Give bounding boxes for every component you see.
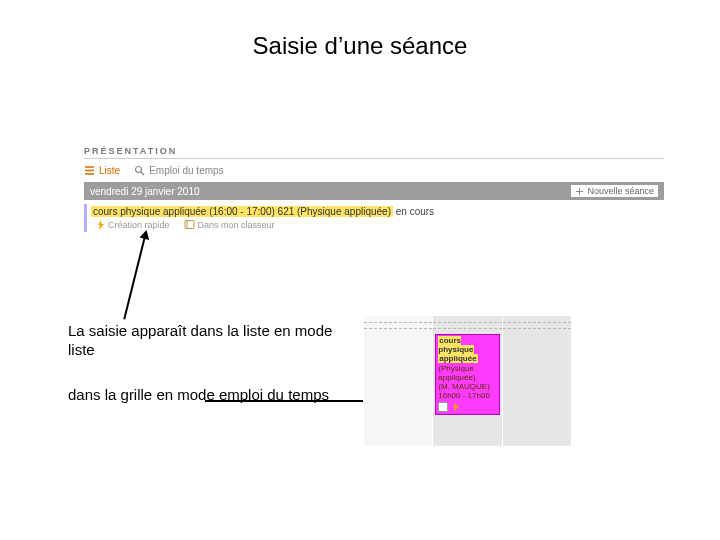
session-status: en cours xyxy=(396,206,434,217)
svg-rect-3 xyxy=(185,221,194,229)
binder-label: Dans mon classeur xyxy=(198,220,275,230)
new-session-label: Nouvelle séance xyxy=(587,186,654,196)
svg-line-1 xyxy=(141,172,144,175)
quick-create-action[interactable]: Création rapide xyxy=(97,219,170,230)
bolt-icon xyxy=(97,220,105,230)
tab-timetable[interactable]: Emploi du temps xyxy=(134,165,223,176)
checkbox-icon[interactable] xyxy=(438,402,448,412)
event-teacher: (M. MAUQUE) xyxy=(438,382,496,391)
grid-line xyxy=(433,328,501,329)
grid-line xyxy=(433,322,501,323)
list-panel: PRÉSENTATION Liste Emploi du temps vendr… xyxy=(84,146,664,232)
timetable-col xyxy=(502,316,571,446)
svg-marker-5 xyxy=(453,402,459,412)
binder-action[interactable]: Dans mon classeur xyxy=(184,219,275,230)
date-bar: vendredi 29 janvier 2010 Nouvelle séance xyxy=(84,182,664,200)
presentation-header: PRÉSENTATION xyxy=(84,146,664,159)
session-actions: Création rapide Dans mon classeur xyxy=(91,219,660,230)
event-footer xyxy=(438,402,496,412)
timetable-event[interactable]: cours physique appliquée (Physique appli… xyxy=(435,334,499,415)
session-row[interactable]: cours physique appliquée (16:00 - 17:00)… xyxy=(84,204,664,232)
grid-line xyxy=(364,322,432,323)
quick-create-label: Création rapide xyxy=(108,220,170,230)
svg-marker-2 xyxy=(98,220,104,230)
timetable-panel: cours physique appliquée (Physique appli… xyxy=(363,316,639,446)
caption-grid-mode: dans la grille en mode emploi du temps xyxy=(68,386,338,405)
tab-list-label: Liste xyxy=(99,165,120,176)
event-time: 16h00 - 17h00 xyxy=(438,391,496,400)
tab-timetable-label: Emploi du temps xyxy=(149,165,223,176)
bolt-icon xyxy=(452,402,460,412)
binder-icon xyxy=(184,219,195,230)
slide-title: Saisie d’une séance xyxy=(0,32,720,60)
magnifier-icon xyxy=(134,165,145,176)
session-title: cours physique appliquée (16:00 - 17:00)… xyxy=(91,206,393,217)
plus-icon xyxy=(575,187,584,196)
timetable-col xyxy=(363,316,432,446)
caption-list-mode: La saisie apparaît dans la liste en mode… xyxy=(68,322,338,360)
event-title-line2: appliquée xyxy=(438,354,477,363)
event-title-line1: cours physique xyxy=(438,336,474,354)
new-session-button[interactable]: Nouvelle séance xyxy=(571,185,658,197)
list-icon xyxy=(84,165,95,176)
timetable-col: cours physique appliquée (Physique appli… xyxy=(432,316,501,446)
tab-list[interactable]: Liste xyxy=(84,165,120,176)
grid-line xyxy=(503,322,571,323)
timetable-col-empty xyxy=(571,316,639,446)
event-subject: (Physique appliquée) xyxy=(438,364,496,382)
view-tabs: Liste Emploi du temps xyxy=(84,163,664,182)
grid-line xyxy=(364,328,432,329)
arrow-to-list xyxy=(123,232,147,320)
date-text: vendredi 29 janvier 2010 xyxy=(90,186,200,197)
svg-point-0 xyxy=(136,167,142,173)
grid-line xyxy=(503,328,571,329)
